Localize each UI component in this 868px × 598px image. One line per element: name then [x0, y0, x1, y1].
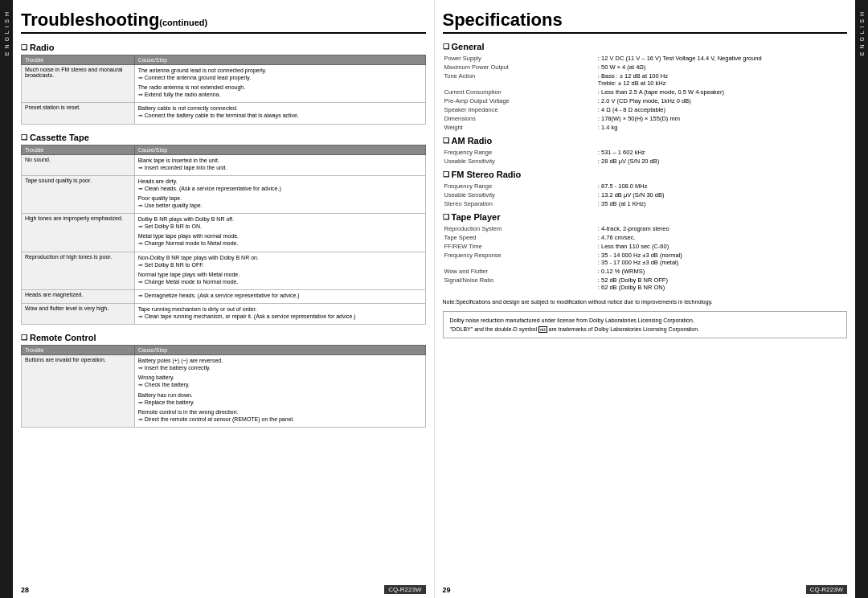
- radio-cause-header: Cause/Step: [134, 55, 425, 65]
- general-specs-table: Power Supply : 12 V DC (11 V – 16 V) Tes…: [443, 54, 848, 132]
- cause-cell: Battery poles (+) (−) are reversed. ➡Ins…: [134, 355, 425, 428]
- spec-row: Maximum Power Output : 50 W × 4 (at 4Ω): [443, 63, 848, 72]
- spec-row: Stereo Separation : 35 dB (at 1 KHz): [443, 199, 848, 208]
- table-row: Preset station is reset. Battery cable i…: [22, 103, 426, 124]
- spec-label: Pre-Amp Output Voltage: [443, 96, 596, 105]
- spec-value: : Bass : ± 12 dB at 100 Hz Treble: ± 12 …: [596, 72, 847, 88]
- table-row: High tones are improperly emphasized. Do…: [22, 214, 426, 252]
- spec-label: Useable Sensitivity: [443, 190, 596, 199]
- spec-value: : 35 dB (at 1 KHz): [596, 199, 847, 208]
- table-row: Buttons are invalid for operation. Batte…: [22, 355, 426, 428]
- spec-label: Power Supply: [443, 54, 596, 63]
- spec-value: : 4 Ω (4 - 8 Ω acceptable): [596, 105, 847, 114]
- spec-row: Frequency Range : 87.5 - 108.0 MHz: [443, 182, 848, 190]
- left-page: Troubleshooting(continued) Radio Trouble…: [13, 0, 435, 598]
- cassette-cause-header: Cause/Step: [134, 145, 425, 154]
- spec-label: Reproduction System: [443, 224, 596, 233]
- spec-row: Frequency Response : 35 - 14 000 Hz ±3 d…: [443, 251, 848, 267]
- dolby-notice: Dolby noise reduction manufactured under…: [443, 311, 848, 339]
- spec-label: Dimensions: [443, 114, 596, 123]
- trouble-cell: Buttons are invalid for operation.: [22, 355, 135, 428]
- right-title: Specifications: [443, 10, 563, 30]
- spec-value: : 178(W) × 50(H) × 155(D) mm: [596, 114, 847, 123]
- spec-row: Wow and Flutter : 0.12 % (WRMS): [443, 267, 848, 276]
- spec-value: : 87.5 - 108.0 MHz: [596, 182, 847, 190]
- spec-value: : 4-track, 2-program stereo: [596, 224, 847, 233]
- trouble-cell: Reproduction of high tones is poor.: [22, 252, 135, 289]
- table-row: Tape sound quality is poor. Heads are di…: [22, 175, 426, 213]
- fm-specs-table: Frequency Range : 87.5 - 108.0 MHz Useab…: [443, 182, 848, 208]
- spec-value: : 50 W × 4 (at 4Ω): [596, 63, 847, 72]
- remote-section-title: Remote Control: [21, 333, 426, 342]
- remote-table: Trouble Cause/Step Buttons are invalid f…: [21, 345, 426, 428]
- cause-cell: Battery cable is not correctly connected…: [134, 103, 425, 124]
- spec-label: Stereo Separation: [443, 199, 596, 208]
- left-sidebar-text: E N G L I S H: [4, 11, 10, 55]
- trouble-cell: Wow and flutter level is very high.: [22, 303, 135, 324]
- spec-label: Tape Speed: [443, 233, 596, 242]
- am-section-title: AM Radio: [443, 136, 848, 145]
- right-sidebar-text: E N G L I S H: [859, 11, 865, 55]
- cause-cell: Non-Dolby B NR tape plays with Dolby B N…: [134, 252, 425, 289]
- radio-trouble-header: Trouble: [22, 55, 135, 65]
- table-row: Heads are magnetized. ➡Demagnetize heads…: [22, 289, 426, 303]
- spec-label: Current Consumption: [443, 88, 596, 96]
- spec-value: : 531 – 1 602 kHz: [596, 148, 847, 157]
- spec-row: Tone Action : Bass : ± 12 dB at 100 Hz T…: [443, 72, 848, 88]
- spec-label: Maximum Power Output: [443, 63, 596, 72]
- right-sidebar: E N G L I S H: [855, 0, 868, 598]
- spec-row: FF/REW Time : Less than 110 sec (C-60): [443, 242, 848, 251]
- am-specs-table: Frequency Range : 531 – 1 602 kHz Useabl…: [443, 148, 848, 166]
- trouble-cell: No sound.: [22, 154, 135, 175]
- spec-row: Power Supply : 12 V DC (11 V – 16 V) Tes…: [443, 54, 848, 63]
- remote-trouble-header: Trouble: [22, 346, 135, 355]
- spec-row: Useable Sensitivity : 28 dB μV (S/N 20 d…: [443, 157, 848, 166]
- left-page-header: Troubleshooting(continued): [21, 10, 426, 38]
- right-page-header: Specifications: [443, 10, 848, 38]
- spec-row: Dimensions : 178(W) × 50(H) × 155(D) mm: [443, 114, 848, 123]
- trouble-cell: Tape sound quality is poor.: [22, 175, 135, 213]
- radio-section-title: Radio: [21, 43, 426, 52]
- spec-value: : 0.12 % (WRMS): [596, 267, 847, 276]
- table-row: Wow and flutter level is very high. Tape…: [22, 303, 426, 324]
- left-page-number: 28: [21, 586, 29, 594]
- spec-value: : 1.4 kg: [596, 123, 847, 132]
- remote-cause-header: Cause/Step: [134, 346, 425, 355]
- right-page: Specifications General Power Supply : 12…: [435, 0, 856, 598]
- trouble-cell: Much noise in FM stereo and monaural bro…: [22, 65, 135, 103]
- spec-note: Note:Specifications and design are subje…: [443, 298, 848, 307]
- cause-cell: Tape running mechanism is dirty or out o…: [134, 303, 425, 324]
- spec-label: Tone Action: [443, 72, 596, 88]
- cause-cell: Dolby B NR plays with Dolby B NR off. ➡S…: [134, 214, 425, 252]
- spec-row: Tape Speed : 4.76 cm/sec.: [443, 233, 848, 242]
- trouble-cell: Preset station is reset.: [22, 103, 135, 124]
- tape-specs-table: Reproduction System : 4-track, 2-program…: [443, 224, 848, 292]
- cassette-trouble-header: Trouble: [22, 145, 135, 154]
- cassette-section-title: Cassette Tape: [21, 133, 426, 142]
- spec-value: : 28 dB μV (S/N 20 dB): [596, 157, 847, 166]
- spec-label: Wow and Flutter: [443, 267, 596, 276]
- radio-table: Trouble Cause/Step Much noise in FM ster…: [21, 55, 426, 125]
- cause-cell: ➡Demagnetize heads. (Ask a service repre…: [134, 289, 425, 303]
- spec-label: Frequency Response: [443, 251, 596, 267]
- spec-label: Frequency Range: [443, 148, 596, 157]
- spec-row: Useable Sensitivity : 13.2 dB μV (S/N 30…: [443, 190, 848, 199]
- spec-label: Weight: [443, 123, 596, 132]
- spec-label: FF/REW Time: [443, 242, 596, 251]
- spec-value: : 52 dB (Dolby B NR OFF): 62 dB (Dolby B…: [596, 276, 847, 292]
- spec-row: Current Consumption : Less than 2.5 A (t…: [443, 88, 848, 96]
- spec-label: Signal/Noise Ratio: [443, 276, 596, 292]
- right-page-footer: 29 CQ-R223W: [443, 585, 848, 594]
- spec-label: Speaker Impedance: [443, 105, 596, 114]
- cause-cell: Heads are dirty. ➡Clean heads. (Ask a se…: [134, 175, 425, 213]
- table-row: Much noise in FM stereo and monaural bro…: [22, 65, 426, 103]
- spec-row: Speaker Impedance : 4 Ω (4 - 8 Ω accepta…: [443, 105, 848, 114]
- fm-section-title: FM Stereo Radio: [443, 170, 848, 179]
- left-page-footer: 28 CQ-R223W: [21, 585, 426, 594]
- spec-label: Frequency Range: [443, 182, 596, 190]
- cause-cell: Blank tape is inserted in the unit. ➡Ins…: [134, 154, 425, 175]
- cassette-table: Trouble Cause/Step No sound. Blank tape …: [21, 145, 426, 326]
- spec-value: : Less than 2.5 A (tape mode, 0.5 W 4-sp…: [596, 88, 847, 96]
- spec-row: Signal/Noise Ratio : 52 dB (Dolby B NR O…: [443, 276, 848, 292]
- tape-section-title: Tape Player: [443, 212, 848, 222]
